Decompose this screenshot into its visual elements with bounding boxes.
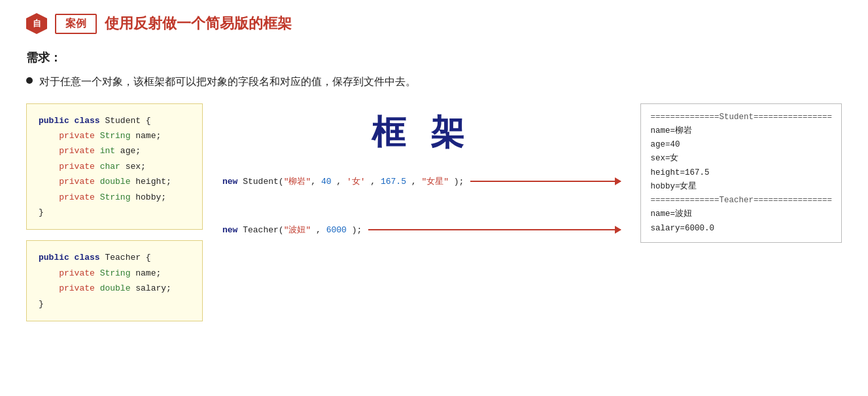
arrows-area: new Student("柳岩", 40 , '女' , 167.5 , "女星…: [222, 175, 621, 236]
teacher-arrow-row: new Teacher("波妞" , 6000 );: [222, 224, 621, 236]
student-instance-code: new Student("柳岩", 40 , '女' , 167.5 , "女星…: [222, 175, 464, 187]
student-code-box: public class Student { private String na…: [26, 103, 203, 230]
output-box: ==============Student================ na…: [640, 103, 842, 243]
student-line-7: }: [39, 205, 190, 220]
code-column: public class Student { private String na…: [26, 103, 203, 321]
teacher-line-4: }: [39, 297, 190, 312]
output-line-1: ==============Student================: [650, 111, 832, 124]
output-line-2: name=柳岩: [650, 124, 832, 138]
student-arrow-row: new Student("柳岩", 40 , '女' , 167.5 , "女星…: [222, 175, 621, 187]
student-line-4: private char sex;: [39, 159, 190, 174]
requirement-label: 需求：: [26, 50, 842, 65]
output-line-3: age=40: [650, 138, 832, 152]
teacher-code-box: public class Teacher { private String na…: [26, 240, 203, 321]
requirement-item: 对于任意一个对象，该框架都可以把对象的字段名和对应的值，保存到文件中去。: [26, 73, 842, 90]
page: 自 案例 使用反射做一个简易版的框架 需求： 对于任意一个对象，该框架都可以把对…: [0, 0, 868, 334]
main-content: public class Student { private String na…: [26, 103, 842, 321]
output-line-7: ==============Teacher================: [650, 194, 832, 207]
teacher-instance-code: new Teacher("波妞" , 6000 );: [222, 224, 362, 236]
badge-icon: 自: [26, 13, 47, 34]
student-line-1: public class Student {: [39, 113, 190, 128]
output-line-4: sex=女: [650, 152, 832, 166]
output-line-5: height=167.5: [650, 166, 832, 180]
student-arrow: [470, 181, 621, 182]
student-line-5: private double height;: [39, 174, 190, 189]
student-line-6: private String hobby;: [39, 190, 190, 205]
framework-label: 框 架: [372, 110, 472, 156]
student-line-3: private int age;: [39, 143, 190, 158]
teacher-line-3: private double salary;: [39, 281, 190, 296]
teacher-line-1: public class Teacher {: [39, 250, 190, 265]
teacher-line-2: private String name;: [39, 266, 190, 281]
student-line-2: private String name;: [39, 128, 190, 143]
teacher-arrow: [368, 229, 621, 230]
page-title: 使用反射做一个简易版的框架: [105, 14, 292, 33]
output-line-8: name=波妞: [650, 207, 832, 221]
bullet-icon: [26, 77, 33, 84]
output-line-6: hobby=女星: [650, 180, 832, 194]
middle-column: 框 架 new Student("柳岩", 40 , '女' , 167.5 ,…: [222, 103, 621, 236]
header: 自 案例 使用反射做一个简易版的框架: [26, 13, 842, 34]
output-line-9: salary=6000.0: [650, 222, 832, 236]
case-label: 案例: [55, 14, 97, 34]
requirement-section: 需求： 对于任意一个对象，该框架都可以把对象的字段名和对应的值，保存到文件中去。: [26, 50, 842, 90]
